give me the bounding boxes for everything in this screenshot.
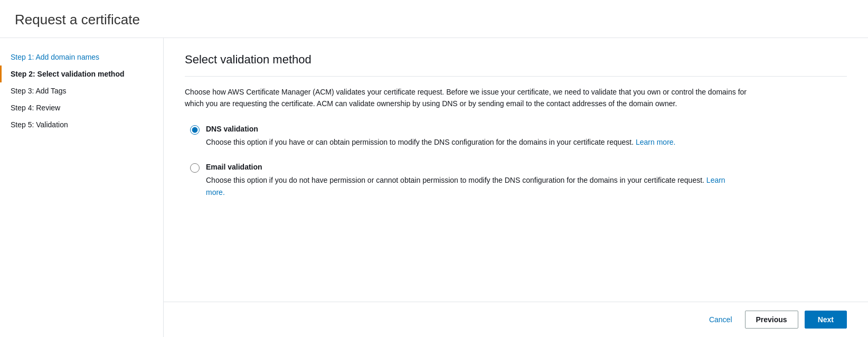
dns-validation-option: DNS validation Choose this option if you… (185, 125, 847, 148)
sidebar-item-step4: Step 4: Review (0, 99, 163, 116)
sidebar-item-step3: Step 3: Add Tags (0, 82, 163, 99)
content-body: Select validation method Choose how AWS … (164, 38, 868, 302)
dns-radio-wrapper[interactable] (190, 125, 200, 136)
section-title: Select validation method (185, 53, 847, 67)
footer: Cancel Previous Next (164, 302, 868, 337)
email-validation-label[interactable]: Email validation (206, 163, 734, 171)
sidebar-item-step5: Step 5: Validation (0, 116, 163, 133)
dns-validation-description: Choose this option if you have or can ob… (206, 136, 675, 148)
content-area: Select validation method Choose how AWS … (164, 38, 868, 337)
next-button[interactable]: Next (805, 311, 847, 329)
section-divider (185, 76, 847, 77)
cancel-button[interactable]: Cancel (703, 311, 739, 328)
description-text: Choose how AWS Certificate Manager (ACM)… (185, 86, 766, 110)
dns-validation-label[interactable]: DNS validation (206, 125, 675, 133)
email-radio-wrapper[interactable] (190, 163, 200, 174)
dns-radio-content: DNS validation Choose this option if you… (206, 125, 675, 148)
email-validation-option: Email validation Choose this option if y… (185, 163, 847, 198)
sidebar-item-step1[interactable]: Step 1: Add domain names (0, 49, 163, 65)
sidebar: Step 1: Add domain names Step 2: Select … (0, 38, 164, 337)
email-radio-content: Email validation Choose this option if y… (206, 163, 734, 198)
page-wrapper: Request a certificate Step 1: Add domain… (0, 0, 868, 337)
main-layout: Step 1: Add domain names Step 2: Select … (0, 38, 868, 337)
email-radio-input[interactable] (190, 163, 200, 173)
previous-button[interactable]: Previous (745, 311, 798, 329)
page-title: Request a certificate (0, 0, 868, 38)
dns-learn-more-link[interactable]: Learn more. (636, 138, 675, 146)
dns-radio-input[interactable] (190, 125, 200, 135)
email-validation-description: Choose this option if you do not have pe… (206, 174, 734, 198)
sidebar-item-step2: Step 2: Select validation method (0, 65, 163, 82)
